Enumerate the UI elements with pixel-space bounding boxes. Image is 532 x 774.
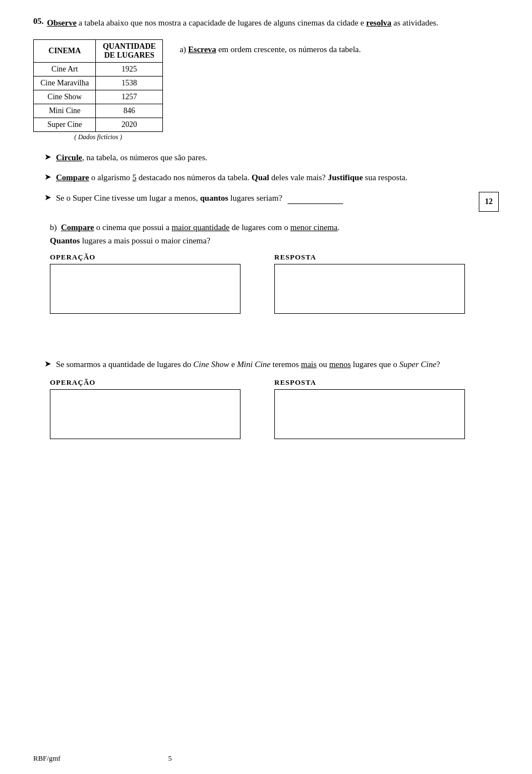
bullet-compare: ➤ Compare o algarismo 5 destacado nos nú…	[44, 171, 499, 184]
question-number: 05.	[33, 17, 44, 26]
circule-word: Circule	[56, 153, 82, 162]
compare-word: Compare	[56, 173, 89, 182]
operacao-label-1: OPERAÇÃO	[50, 253, 274, 262]
cinema-name-cell: Super Cine	[34, 118, 96, 131]
bullet-4-text: Se somarmos a quantidade de lugares do C…	[56, 358, 440, 371]
section-b-text: b) Compare o cinema que possui a maior q…	[50, 221, 499, 247]
maior-quantidade-phrase: maior quantidade	[172, 223, 230, 232]
bullet-arrow-1: ➤	[44, 152, 52, 162]
cinema-quantity-cell: 2020	[96, 118, 163, 131]
section-b: b) Compare o cinema que possui a maior q…	[33, 221, 499, 314]
table-row: Cine Maravilha1538	[34, 76, 163, 90]
bullet-somarmos: ➤ Se somarmos a quantidade de lugares do…	[44, 358, 499, 371]
answer-line-1	[288, 196, 343, 204]
col1-header: CINEMA	[34, 39, 96, 62]
page-number: 5	[60, 754, 279, 763]
table-row: Mini Cine846	[34, 104, 163, 118]
bullet-2-text: Compare o algarismo 5 destacado nos núme…	[56, 171, 407, 184]
question-header: 05. Observe a tabela abaixo que nos most…	[33, 17, 499, 29]
table-row: Super Cine2020	[34, 118, 163, 131]
bullet-arrow-2: ➤	[44, 172, 52, 182]
resposta-label-1: RESPOSTA	[274, 253, 499, 262]
table-row: Cine Show1257	[34, 90, 163, 104]
menor-cinema-phrase: menor cinema	[290, 223, 337, 232]
table-note: ( Dados fictícios )	[33, 133, 163, 141]
resposta-box-2[interactable]	[274, 389, 465, 439]
content-area: CINEMA QUANTIDADE DE LUGARES Cine Art192…	[33, 39, 499, 141]
menos-word: menos	[329, 360, 351, 369]
side-a-content: a) Escreva em ordem crescente, os número…	[180, 39, 499, 56]
cinema-quantity-cell: 1257	[96, 90, 163, 104]
cinema-quantity-cell: 1925	[96, 62, 163, 76]
operacao-block-1: OPERAÇÃO	[50, 253, 274, 314]
cinema-quantity-cell: 1538	[96, 76, 163, 90]
operacao-label-2: OPERAÇÃO	[50, 378, 274, 387]
bullet-arrow-4: ➤	[44, 359, 52, 369]
compare-word-b: Compare	[61, 223, 94, 232]
operacao-box-1[interactable]	[50, 264, 241, 314]
operacao-resposta-2: OPERAÇÃO RESPOSTA	[50, 378, 499, 439]
mais-word: mais	[301, 360, 316, 369]
section-b-label: b)	[50, 223, 57, 232]
mini-cine-ref: Mini Cine	[237, 360, 270, 369]
bullet-super-cine: ➤ Se o Super Cine tivesse um lugar a men…	[44, 192, 499, 212]
resposta-block-2: RESPOSTA	[274, 378, 499, 439]
resposta-box-1[interactable]	[274, 264, 465, 314]
super-cine-ref: Super Cine	[400, 360, 437, 369]
resolva-word: resolva	[366, 18, 392, 27]
col2-header: QUANTIDADE DE LUGARES	[96, 39, 163, 62]
cinema-table: CINEMA QUANTIDADE DE LUGARES Cine Art192…	[33, 39, 163, 132]
cine-show-ref: Cine Show	[193, 360, 229, 369]
resposta-block-1: RESPOSTA	[274, 253, 499, 314]
footer: RBF/gmf 5	[33, 754, 499, 763]
side-a-label: a)	[180, 45, 186, 54]
digit-5: 5	[132, 173, 137, 182]
operacao-block-2: OPERAÇÃO	[50, 378, 274, 439]
quantos-word-1: quantos	[200, 194, 228, 202]
qual-word: Qual	[252, 173, 269, 182]
table-row: Cine Art1925	[34, 62, 163, 76]
cinema-name-cell: Mini Cine	[34, 104, 96, 118]
bullet-arrow-3: ➤	[44, 192, 52, 202]
operacao-resposta-1: OPERAÇÃO RESPOSTA	[50, 253, 499, 314]
cinema-table-block: CINEMA QUANTIDADE DE LUGARES Cine Art192…	[33, 39, 163, 141]
question-number-box: 12	[479, 192, 499, 212]
bullet-3-text: Se o Super Cine tivesse um lugar a menos…	[56, 192, 470, 205]
cinema-name-cell: Cine Art	[34, 62, 96, 76]
bullet-1-text: Circule, na tabela, os números que são p…	[56, 151, 207, 164]
cinema-quantity-cell: 846	[96, 104, 163, 118]
observe-word: Observe	[47, 18, 76, 27]
operacao-box-2[interactable]	[50, 389, 241, 439]
footer-left: RBF/gmf	[33, 754, 60, 763]
justifique-word: Justifique	[328, 173, 362, 182]
quantos-word-b: Quantos	[50, 236, 80, 245]
question-intro: Observe a tabela abaixo que nos mostra a…	[47, 17, 438, 29]
escreva-word: Escreva	[188, 45, 217, 54]
resposta-label-2: RESPOSTA	[274, 378, 499, 387]
cinema-name-cell: Cine Maravilha	[34, 76, 96, 90]
bullet-circule: ➤ Circule, na tabela, os números que são…	[44, 151, 499, 164]
cinema-name-cell: Cine Show	[34, 90, 96, 104]
